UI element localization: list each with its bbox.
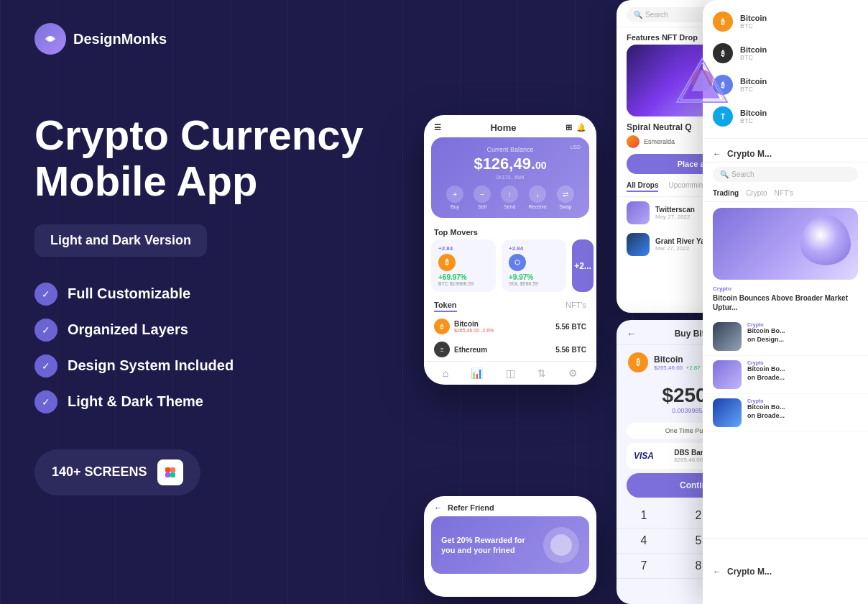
tab-nft[interactable]: NFT's	[775, 189, 793, 197]
nav-transfer[interactable]: ⇅	[537, 367, 546, 379]
crypto-nav-header: ← Crypto M...	[703, 143, 868, 163]
feature-item-3: ✓ Design System Included	[34, 354, 368, 378]
balance-amount: $126,49.00	[441, 155, 579, 173]
receive-btn[interactable]: ↓ Receive	[528, 186, 546, 209]
btc-change: +2.84	[438, 245, 489, 252]
refer-decoration	[543, 527, 579, 563]
drop-thumb-2	[627, 233, 650, 256]
btc-token-icon: ₿	[434, 319, 450, 334]
creator-name: Esmeralda	[644, 138, 675, 145]
logo-row: DesignMonks	[34, 23, 368, 55]
check-icon-2: ✓	[34, 319, 57, 342]
numpad-4[interactable]: 4	[617, 528, 671, 554]
news-title-1: Bitcoin Bo...on Design...	[747, 327, 785, 344]
drop-date-2: Mar 27, 2022	[655, 245, 709, 252]
currency-label: USD	[570, 145, 581, 150]
crypto-featured-title: Bitcoin Bounces Above Broader Market Upt…	[703, 293, 868, 318]
news-item-1: Crypto Bitcoin Bo...on Design...	[703, 318, 868, 356]
send-btn[interactable]: ↑ Send	[501, 186, 518, 209]
action-buttons: + Buy − Sell ↑ Send ↓ Receive ⇌ Swap	[441, 186, 579, 209]
btc-list-sub-2: BTC	[740, 54, 767, 61]
btc-list-item-1: ₿ Bitcoin BTC	[703, 6, 868, 37]
crypto-search-bar[interactable]: 🔍 Search	[713, 167, 858, 182]
sell-btn[interactable]: − Sell	[474, 186, 491, 209]
crypto-back-btn[interactable]: ←	[713, 149, 721, 159]
btc-list-name-1: Bitcoin	[740, 14, 767, 22]
refer-title: Refer Friend	[448, 503, 494, 512]
sol-pct: +9.97%	[509, 273, 559, 281]
btc-token-name: Bitcoin	[454, 320, 494, 328]
eth-token-name: Ethereum	[454, 346, 487, 354]
screens-badge: 140+ SCREENS	[34, 449, 200, 495]
nav-wallet[interactable]: ◫	[506, 367, 515, 379]
svg-rect-2	[170, 467, 175, 472]
btc-icon: ₿	[438, 254, 456, 271]
bottom-crypto-label: Crypto M...	[727, 567, 772, 577]
mover-sol: +2.84 ⬡ +9.97% SOL $598.59	[502, 239, 566, 292]
svg-rect-1	[165, 467, 170, 472]
news-title-3: Bitcoin Bo...on Broade...	[747, 403, 785, 420]
crypto-featured-image	[713, 208, 858, 280]
btc-list-sub-4: BTC	[740, 117, 767, 124]
news-item-3: Crypto Bitcoin Bo...on Broade...	[703, 394, 868, 432]
news-thumb-2	[713, 360, 742, 389]
visa-logo: VISA	[634, 451, 654, 461]
nft-tab[interactable]: NFT's	[565, 301, 586, 312]
bottom-back-icon[interactable]: ←	[713, 567, 721, 577]
balance-address: 0X170...f6d4	[441, 175, 579, 180]
home-title: Home	[490, 122, 516, 133]
svg-point-5	[170, 472, 175, 477]
btc-detail: BTC $19988.59	[438, 281, 489, 286]
hero-title-line1: Crypto Currency	[34, 112, 368, 158]
btc-token-amount: 5.56 BTC	[555, 323, 586, 331]
numpad-1[interactable]: 1	[617, 503, 671, 528]
token-tab[interactable]: Token	[434, 301, 457, 312]
tab-crypto[interactable]: Crypto	[746, 189, 767, 197]
balance-card: Current Balance USD $126,49.00 0X170...f…	[431, 137, 589, 218]
eth-token-amount: 5.56 BTC	[555, 346, 586, 354]
mobile-mockup-refer: ← Refer Friend Get 20% Rewarded for you …	[424, 496, 596, 597]
nav-chart[interactable]: 📊	[471, 367, 483, 379]
nav-settings[interactable]: ⚙	[568, 367, 578, 379]
search-placeholder: Search	[645, 11, 668, 19]
crypto-nav-title: Crypto M...	[727, 149, 772, 159]
crypto-category: Crypto	[703, 285, 868, 293]
swap-btn[interactable]: ⇌ Swap	[557, 186, 574, 209]
bell-icon: 🔔	[576, 123, 586, 132]
version-badge: Light and Dark Version	[34, 224, 207, 257]
sol-detail: SOL $598.59	[509, 281, 559, 286]
news-cat-3: Crypto	[747, 398, 785, 403]
news-item-2: Crypto Bitcoin Bo...on Broade...	[703, 356, 868, 394]
nav-home[interactable]: ⌂	[443, 367, 448, 379]
bottom-crypto-panel: ← Crypto M...	[703, 538, 868, 604]
eth-token-icon: Ξ	[434, 342, 450, 357]
mobile-bottom-nav: ⌂ 📊 ◫ ⇅ ⚙	[424, 361, 596, 385]
btc-pct: +69.97%	[438, 273, 489, 281]
buy-back-btn[interactable]: ←	[627, 328, 637, 339]
tab-trading[interactable]: Trading	[713, 189, 739, 197]
check-icon-4: ✓	[34, 390, 57, 413]
hero-heading: Crypto Currency Mobile App	[34, 112, 368, 204]
btc-list-icon-1: ₿	[713, 12, 733, 32]
svg-rect-3	[165, 472, 170, 477]
buy-coin-price: $265,46.00 +2.87	[654, 365, 701, 371]
news-title-2: Bitcoin Bo...on Broade...	[747, 365, 785, 382]
news-cat-1: Crypto	[747, 322, 785, 327]
balance-decimal: 00	[535, 160, 547, 171]
mobile-frame-refer: ← Refer Friend Get 20% Rewarded for you …	[424, 496, 596, 597]
header-icons: ⊞ 🔔	[565, 123, 586, 132]
svg-point-0	[48, 37, 52, 41]
all-drops-tab[interactable]: All Drops	[627, 181, 658, 192]
movers-row: +2.84 ₿ +69.97% BTC $19988.59 +2.84 ⬡ +9…	[424, 239, 596, 298]
feature-text-4: Light & Dark Theme	[68, 393, 203, 410]
numpad-7[interactable]: 7	[617, 554, 671, 579]
drop-name-1: Twitterscan	[655, 206, 695, 214]
buy-btn[interactable]: + Buy	[446, 186, 463, 209]
feature-text-2: Organized Layers	[68, 321, 188, 338]
token-btc: ₿ Bitcoin $265,46.00 -2.6% 5.56 BTC	[424, 315, 596, 338]
top-movers-title: Top Movers	[424, 224, 596, 239]
refer-back[interactable]: ←	[434, 503, 442, 512]
mobile-frame-home: ☰ Home ⊞ 🔔 Current Balance USD $126,49.0…	[424, 115, 596, 385]
buy-coin-name: Bitcoin	[654, 354, 701, 365]
features-title: Features NFT Drop	[627, 33, 698, 42]
